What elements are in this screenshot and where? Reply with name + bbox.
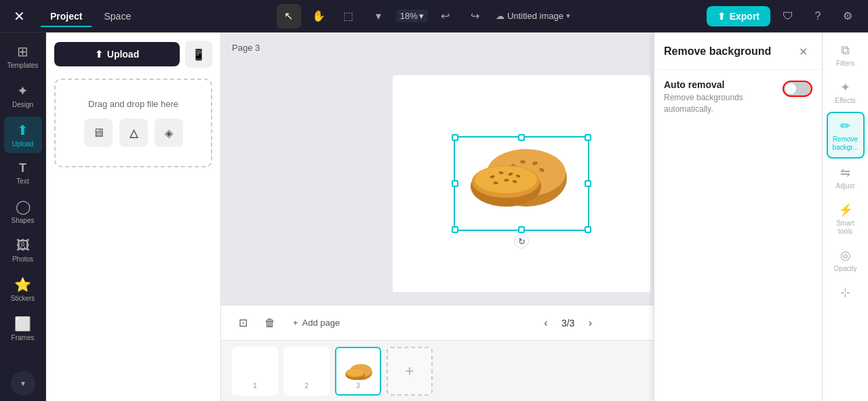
sel-handle-ml[interactable] [452,180,458,187]
topbar-right: ⬆ Export 🛡 ? ⚙ [707,4,860,28]
auto-removal-toggle[interactable] [783,81,812,97]
zoom-control[interactable]: 18% ▾ [396,9,428,22]
redo-button[interactable]: ↪ [463,4,488,28]
zoom-dropdown-icon: ▾ [419,11,424,21]
rsidebar-item-opacity[interactable]: ◎ Opacity [827,242,865,278]
upload-panel: ⬆ Upload 📱 Drag and drop file here 🖥 △ ◈ [46,33,221,401]
shield-icon[interactable]: 🛡 [776,4,800,28]
sel-handle-tl[interactable] [452,134,458,141]
sel-handle-bl[interactable] [452,226,458,233]
add-page-btn[interactable]: + Add page [286,314,347,332]
device-button[interactable]: 📱 [185,41,212,68]
add-thumb-icon: + [406,362,414,380]
sidebar-item-upload[interactable]: ⬆ Upload [4,117,42,153]
auto-removal-title: Auto removal [664,79,776,90]
tab-space[interactable]: Space [94,7,140,26]
remove-bg-close-btn[interactable]: ✕ [793,42,812,61]
design-label: Design [12,101,33,108]
export-label: Export [730,11,760,22]
doc-cloud-icon: ☁ [496,11,505,21]
sel-handle-tr[interactable] [585,134,591,141]
sel-handle-mb[interactable] [518,226,525,233]
effects-label: Effects [835,97,855,105]
sidebar-item-frames[interactable]: ⬜ Frames [4,310,42,347]
remove-bg-label: Removebackgr... [833,135,859,152]
zoom-value: 18% [400,11,418,21]
auto-removal-row: Auto removal Remove backgrounds automati… [664,79,812,115]
auto-removal-desc: Remove backgrounds automatically. [664,92,776,115]
doc-title-dropdown[interactable]: ▾ [566,12,570,20]
rsidebar-item-effects[interactable]: ✦ Effects [827,75,865,110]
frames-label: Frames [12,334,35,341]
design-icon: ✦ [17,83,28,99]
help-icon[interactable]: ? [806,4,830,28]
sidebar-item-design[interactable]: ✦ Design [4,77,42,114]
shapes-icon: ◯ [16,198,31,215]
settings-icon[interactable]: ⚙ [835,4,860,28]
thumbnail-add[interactable]: + [387,347,433,396]
undo-button[interactable]: ↩ [433,4,458,28]
rsidebar-item-smart-tools[interactable]: ⚡ Smart tools [827,197,865,241]
filters-icon: ⧉ [841,43,850,58]
close-icon: ✕ [799,45,808,58]
next-page-btn[interactable]: › [580,313,600,333]
sidebar-item-templates[interactable]: ⊞ Templates [4,38,42,75]
app-logo: ✕ [8,5,30,27]
source-buttons: 🖥 △ ◈ [84,119,183,147]
frame-tool[interactable]: ⬚ [336,4,361,28]
sel-rotate-handle[interactable]: ↻ [514,234,529,249]
page-label: Page 3 [232,43,260,53]
export-button[interactable]: ⬆ Export [707,6,770,26]
upload-btn-label: Upload [107,49,139,60]
toggle-slider [783,81,812,97]
remove-bg-title-bar: Remove background ✕ [654,33,822,70]
sidebar-expand-button[interactable]: ▾ [11,371,35,396]
shapes-label: Shapes [12,217,35,224]
sidebar-item-stickers[interactable]: ⭐ Stickers [4,271,42,308]
sel-handle-mr[interactable] [585,180,591,187]
upload-button[interactable]: ⬆ Upload [54,42,180,66]
effects-icon: ✦ [840,80,850,95]
dropzone[interactable]: Drag and drop file here 🖥 △ ◈ [54,79,212,167]
dropzone-text: Drag and drop file here [88,99,178,109]
image-selection[interactable]: ↻ [454,136,589,231]
thumbnail-3[interactable]: 3 [335,347,381,396]
page-indicator: 3/3 [561,318,574,329]
cursor-tool[interactable]: ↖ [277,4,301,28]
rsidebar-item-filters[interactable]: ⧉ Filters [827,38,865,73]
rsidebar-item-adjust[interactable]: ⇋ Adjust [827,160,865,196]
thumbnail-2[interactable]: 2 [283,347,330,396]
tab-project[interactable]: Project [41,7,92,26]
topbar-tabs: Project Space [41,7,140,26]
sel-handle-br[interactable] [585,226,591,233]
auto-removal-section: Auto removal Remove backgrounds automati… [654,70,822,125]
rsidebar-item-crop[interactable]: ⊹ [827,280,865,308]
sel-handle-mt[interactable] [518,134,525,141]
doc-title[interactable]: Untitled image [507,11,564,21]
upload-label: Upload [12,140,34,148]
right-panel-container: Remove background ✕ Auto removal Remove … [822,33,868,401]
prev-page-btn[interactable]: ‹ [536,313,556,333]
device-icon: 📱 [192,48,205,61]
rsidebar-item-remove-bg[interactable]: ✏ Removebackgr... [827,112,865,159]
frame-dropdown[interactable]: ▾ [366,4,391,28]
auto-removal-text: Auto removal Remove backgrounds automati… [664,79,776,115]
sidebar-item-text[interactable]: T Text [4,156,42,190]
frames-icon: ⬜ [14,316,31,332]
dropbox-source-btn[interactable]: ◈ [155,119,183,147]
computer-source-btn[interactable]: 🖥 [84,119,113,147]
remove-bg-panel: Remove background ✕ Auto removal Remove … [654,33,822,401]
stickers-label: Stickers [11,295,35,302]
sidebar-item-shapes[interactable]: ◯ Shapes [4,193,42,230]
delete-page-btn[interactable]: 🗑 [259,312,281,334]
opacity-icon: ◎ [840,248,851,263]
upload-btn-icon: ⬆ [95,49,103,60]
drive-source-btn[interactable]: △ [119,119,148,147]
left-sidebar: ⊞ Templates ✦ Design ⬆ Upload T Text ◯ S… [0,33,46,401]
thumbnail-1[interactable]: 1 [232,347,278,396]
duplicate-page-btn[interactable]: ⊡ [232,312,254,334]
sidebar-item-photos[interactable]: 🖼 Photos [4,232,42,268]
filters-label: Filters [836,60,854,68]
hand-tool[interactable]: ✋ [307,4,331,28]
bread-image [455,138,577,212]
